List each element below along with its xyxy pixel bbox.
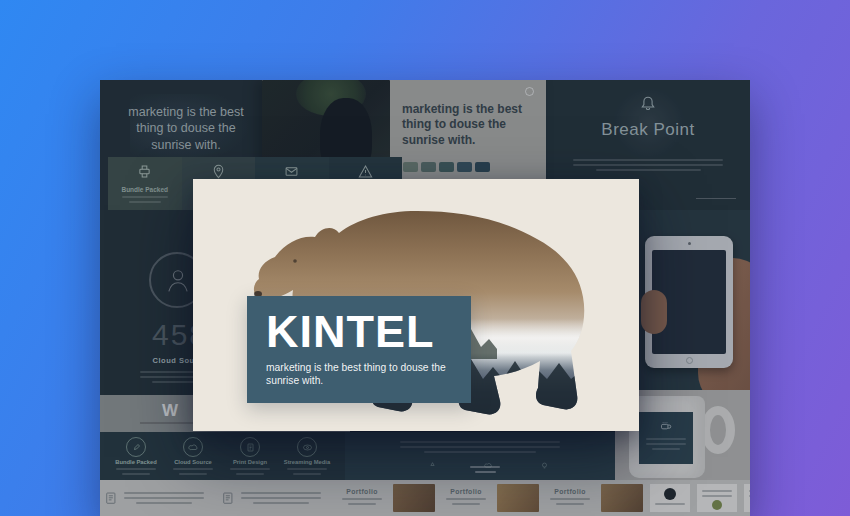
pencil-circle-icon bbox=[131, 442, 142, 453]
placeholder-text bbox=[655, 503, 685, 505]
section-heading: W bbox=[162, 401, 178, 421]
mockup-card bbox=[650, 484, 690, 512]
document-feature-card bbox=[104, 489, 214, 507]
feature-circle-label: Cloud Source bbox=[167, 459, 219, 465]
coffee-cup-icon bbox=[659, 419, 673, 431]
leaf-blob bbox=[712, 500, 722, 510]
placeholder-text bbox=[287, 468, 327, 475]
bell-icon bbox=[639, 94, 657, 112]
swatch-button bbox=[403, 162, 418, 172]
tablet-camera-dot bbox=[688, 242, 691, 245]
mug-label bbox=[639, 412, 693, 464]
portfolio-card: Portfolio bbox=[442, 488, 490, 508]
bottom-thumbnail-strip: Portfolio Portfolio Portfolio bbox=[100, 480, 750, 516]
portfolio-photo bbox=[497, 484, 539, 512]
feature-circle: Bundle Packed bbox=[110, 437, 162, 480]
hero-slide[interactable]: KINTEL marketing is the best thing to do… bbox=[193, 179, 639, 431]
media-circle-icon bbox=[302, 442, 313, 453]
marketing-dark-heading: marketing is the best thing to douse the… bbox=[100, 104, 272, 153]
intro-paragraph-slide bbox=[345, 432, 615, 480]
placeholder-paragraph bbox=[241, 489, 321, 507]
feature-circles-slide: Bundle Packed Cloud Source Print Design … bbox=[100, 432, 345, 480]
divider bbox=[696, 198, 736, 199]
feature-circle: Print Design bbox=[224, 437, 276, 480]
feature-circle: Cloud Source bbox=[167, 437, 219, 480]
document-feature-card bbox=[221, 489, 331, 507]
cloud-circle-icon bbox=[188, 442, 199, 453]
mug-handle bbox=[701, 406, 735, 454]
mini-feature-row bbox=[415, 456, 561, 474]
placeholder-paragraph bbox=[400, 438, 560, 456]
placeholder-text bbox=[342, 498, 382, 505]
page-background: marketing is the best thing to douse the… bbox=[0, 0, 850, 516]
printer-icon bbox=[136, 163, 153, 180]
mini-feature bbox=[527, 456, 561, 474]
heading-line: sunrise with. bbox=[402, 133, 475, 147]
portfolio-title: Portfolio bbox=[338, 488, 386, 495]
portfolio-title: Portfolio bbox=[546, 488, 594, 495]
feature-tile-label: Bundle Packed bbox=[108, 186, 182, 193]
placeholder-text bbox=[749, 490, 750, 502]
heading-line: sunrise with. bbox=[151, 138, 220, 152]
person-icon bbox=[162, 263, 194, 299]
tagline-line: marketing is the best thing to douse the bbox=[266, 362, 446, 373]
feature-circle-label: Print Design bbox=[224, 459, 276, 465]
portfolio-photo bbox=[393, 484, 435, 512]
swatch-button bbox=[439, 162, 454, 172]
tablet-home-button bbox=[686, 357, 693, 364]
portfolio-photo bbox=[601, 484, 643, 512]
thumb bbox=[641, 290, 667, 334]
portfolio-title: Portfolio bbox=[442, 488, 490, 495]
swatch-button bbox=[421, 162, 436, 172]
placeholder-text bbox=[122, 196, 168, 203]
feature-tile: Bundle Packed bbox=[108, 157, 182, 210]
brand-tagline: marketing is the best thing to douse the… bbox=[266, 361, 471, 388]
placeholder-paragraph bbox=[124, 489, 204, 507]
placeholder-text bbox=[470, 463, 500, 476]
logo-blob bbox=[664, 488, 676, 500]
placeholder-text bbox=[230, 468, 270, 475]
feature-circle-label: Bundle Packed bbox=[110, 459, 162, 465]
feature-circle: Streaming Media bbox=[281, 437, 333, 480]
heading-line: marketing is the best bbox=[128, 105, 243, 119]
placeholder-text bbox=[550, 498, 590, 505]
title-box: KINTEL marketing is the best thing to do… bbox=[247, 296, 471, 403]
placeholder-text bbox=[646, 438, 686, 450]
placeholder-text bbox=[116, 468, 156, 475]
marketing-light-heading: marketing is the best thing to douse the… bbox=[402, 102, 538, 148]
mockup-card bbox=[697, 484, 737, 512]
heading-line: marketing is the best bbox=[402, 102, 522, 116]
heading-line: thing to douse the bbox=[136, 121, 235, 135]
bulb-icon bbox=[540, 461, 549, 470]
document-icon bbox=[221, 490, 236, 507]
circle-badge-icon bbox=[525, 87, 534, 96]
heading-line: thing to douse the bbox=[402, 117, 506, 131]
portfolio-card: Portfolio bbox=[546, 488, 594, 508]
mini-feature bbox=[415, 456, 449, 474]
brand-title: KINTEL bbox=[266, 309, 471, 354]
recycle-icon bbox=[428, 461, 437, 470]
placeholder-paragraph bbox=[573, 156, 723, 174]
map-pin-icon bbox=[210, 163, 227, 180]
placeholder-text bbox=[173, 468, 213, 475]
alert-triangle-icon bbox=[357, 163, 374, 180]
swatch-button bbox=[475, 162, 490, 172]
feature-circle-label: Streaming Media bbox=[281, 459, 333, 465]
placeholder-text bbox=[702, 490, 732, 497]
break-point-title: Break Point bbox=[546, 120, 750, 140]
portfolio-card: Portfolio bbox=[338, 488, 386, 508]
swatch-button bbox=[457, 162, 472, 172]
document-icon bbox=[104, 490, 119, 507]
mockup-card bbox=[744, 484, 750, 512]
envelope-icon bbox=[283, 163, 300, 180]
color-swatch-buttons bbox=[403, 162, 490, 172]
tagline-line: sunrise with. bbox=[266, 375, 323, 386]
document-circle-icon bbox=[245, 442, 256, 453]
placeholder-text bbox=[446, 498, 486, 505]
